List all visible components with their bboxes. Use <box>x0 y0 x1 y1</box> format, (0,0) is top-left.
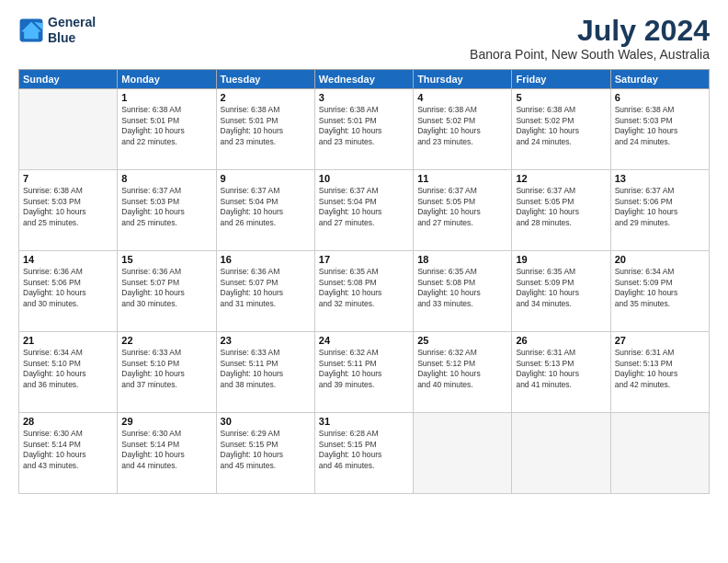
calendar-cell: 11Sunrise: 6:37 AM Sunset: 5:05 PM Dayli… <box>414 170 512 251</box>
calendar-cell: 3Sunrise: 6:38 AM Sunset: 5:01 PM Daylig… <box>314 89 413 170</box>
calendar-cell: 28Sunrise: 6:30 AM Sunset: 5:14 PM Dayli… <box>19 413 118 494</box>
day-number: 31 <box>319 416 409 427</box>
day-number: 7 <box>23 173 113 184</box>
calendar-cell: 30Sunrise: 6:29 AM Sunset: 5:15 PM Dayli… <box>216 413 314 494</box>
weekday-header: Wednesday <box>314 70 413 89</box>
cell-text: Sunrise: 6:33 AM Sunset: 5:10 PM Dayligh… <box>121 348 211 390</box>
calendar-cell: 21Sunrise: 6:34 AM Sunset: 5:10 PM Dayli… <box>19 332 118 413</box>
calendar-cell: 19Sunrise: 6:35 AM Sunset: 5:09 PM Dayli… <box>512 251 610 332</box>
cell-text: Sunrise: 6:34 AM Sunset: 5:10 PM Dayligh… <box>23 348 113 390</box>
day-number: 26 <box>516 335 606 346</box>
cell-text: Sunrise: 6:29 AM Sunset: 5:15 PM Dayligh… <box>221 429 311 471</box>
month-year: July 2024 <box>470 15 710 47</box>
calendar-cell: 4Sunrise: 6:38 AM Sunset: 5:02 PM Daylig… <box>414 89 512 170</box>
day-number: 10 <box>319 173 409 184</box>
day-number: 11 <box>417 173 507 184</box>
day-number: 30 <box>221 416 311 427</box>
weekday-header: Monday <box>118 70 216 89</box>
calendar-cell: 8Sunrise: 6:37 AM Sunset: 5:03 PM Daylig… <box>118 170 216 251</box>
calendar-cell: 14Sunrise: 6:36 AM Sunset: 5:06 PM Dayli… <box>19 251 118 332</box>
day-number: 8 <box>121 173 211 184</box>
page: General Blue July 2024 Banora Point, New… <box>0 0 728 563</box>
cell-text: Sunrise: 6:38 AM Sunset: 5:01 PM Dayligh… <box>319 105 409 147</box>
cell-text: Sunrise: 6:37 AM Sunset: 5:06 PM Dayligh… <box>615 186 705 228</box>
cell-text: Sunrise: 6:31 AM Sunset: 5:13 PM Dayligh… <box>516 348 606 390</box>
day-number: 12 <box>516 173 606 184</box>
calendar-cell: 5Sunrise: 6:38 AM Sunset: 5:02 PM Daylig… <box>512 89 610 170</box>
cell-text: Sunrise: 6:36 AM Sunset: 5:06 PM Dayligh… <box>23 267 113 309</box>
day-number: 6 <box>615 92 705 103</box>
calendar-cell: 13Sunrise: 6:37 AM Sunset: 5:06 PM Dayli… <box>610 170 709 251</box>
calendar-week-row: 28Sunrise: 6:30 AM Sunset: 5:14 PM Dayli… <box>19 413 710 494</box>
calendar-cell: 16Sunrise: 6:36 AM Sunset: 5:07 PM Dayli… <box>216 251 314 332</box>
calendar-cell: 6Sunrise: 6:38 AM Sunset: 5:03 PM Daylig… <box>610 89 709 170</box>
day-number: 19 <box>516 254 606 265</box>
calendar-week-row: 1Sunrise: 6:38 AM Sunset: 5:01 PM Daylig… <box>19 89 710 170</box>
cell-text: Sunrise: 6:38 AM Sunset: 5:01 PM Dayligh… <box>221 105 311 147</box>
cell-text: Sunrise: 6:31 AM Sunset: 5:13 PM Dayligh… <box>615 348 705 390</box>
day-number: 20 <box>615 254 705 265</box>
calendar-cell: 31Sunrise: 6:28 AM Sunset: 5:15 PM Dayli… <box>314 413 413 494</box>
calendar-cell: 20Sunrise: 6:34 AM Sunset: 5:09 PM Dayli… <box>610 251 709 332</box>
weekday-header: Friday <box>512 70 610 89</box>
calendar-cell: 27Sunrise: 6:31 AM Sunset: 5:13 PM Dayli… <box>610 332 709 413</box>
calendar-cell: 24Sunrise: 6:32 AM Sunset: 5:11 PM Dayli… <box>314 332 413 413</box>
day-number: 3 <box>319 92 409 103</box>
logo: General Blue <box>18 15 96 46</box>
cell-text: Sunrise: 6:34 AM Sunset: 5:09 PM Dayligh… <box>615 267 705 309</box>
cell-text: Sunrise: 6:33 AM Sunset: 5:11 PM Dayligh… <box>221 348 311 390</box>
calendar-week-row: 21Sunrise: 6:34 AM Sunset: 5:10 PM Dayli… <box>19 332 710 413</box>
day-number: 15 <box>121 254 211 265</box>
cell-text: Sunrise: 6:37 AM Sunset: 5:04 PM Dayligh… <box>221 186 311 228</box>
weekday-header: Thursday <box>414 70 512 89</box>
day-number: 24 <box>319 335 409 346</box>
cell-text: Sunrise: 6:38 AM Sunset: 5:02 PM Dayligh… <box>516 105 606 147</box>
day-number: 25 <box>417 335 507 346</box>
cell-text: Sunrise: 6:32 AM Sunset: 5:11 PM Dayligh… <box>319 348 409 390</box>
calendar-cell: 9Sunrise: 6:37 AM Sunset: 5:04 PM Daylig… <box>216 170 314 251</box>
logo-icon <box>18 17 44 43</box>
day-number: 14 <box>23 254 113 265</box>
cell-text: Sunrise: 6:35 AM Sunset: 5:08 PM Dayligh… <box>319 267 409 309</box>
calendar-cell <box>414 413 512 494</box>
calendar-cell: 26Sunrise: 6:31 AM Sunset: 5:13 PM Dayli… <box>512 332 610 413</box>
weekday-header: Tuesday <box>216 70 314 89</box>
cell-text: Sunrise: 6:35 AM Sunset: 5:08 PM Dayligh… <box>417 267 507 309</box>
cell-text: Sunrise: 6:38 AM Sunset: 5:01 PM Dayligh… <box>121 105 211 147</box>
cell-text: Sunrise: 6:35 AM Sunset: 5:09 PM Dayligh… <box>516 267 606 309</box>
calendar-cell: 29Sunrise: 6:30 AM Sunset: 5:14 PM Dayli… <box>118 413 216 494</box>
calendar-cell: 1Sunrise: 6:38 AM Sunset: 5:01 PM Daylig… <box>118 89 216 170</box>
calendar-cell: 25Sunrise: 6:32 AM Sunset: 5:12 PM Dayli… <box>414 332 512 413</box>
calendar-cell: 17Sunrise: 6:35 AM Sunset: 5:08 PM Dayli… <box>314 251 413 332</box>
calendar-cell: 23Sunrise: 6:33 AM Sunset: 5:11 PM Dayli… <box>216 332 314 413</box>
cell-text: Sunrise: 6:28 AM Sunset: 5:15 PM Dayligh… <box>319 429 409 471</box>
day-number: 2 <box>221 92 311 103</box>
calendar-cell <box>610 413 709 494</box>
calendar-cell: 10Sunrise: 6:37 AM Sunset: 5:04 PM Dayli… <box>314 170 413 251</box>
day-number: 23 <box>221 335 311 346</box>
day-number: 4 <box>417 92 507 103</box>
calendar-cell: 22Sunrise: 6:33 AM Sunset: 5:10 PM Dayli… <box>118 332 216 413</box>
day-number: 22 <box>121 335 211 346</box>
calendar-cell: 12Sunrise: 6:37 AM Sunset: 5:05 PM Dayli… <box>512 170 610 251</box>
header: General Blue July 2024 Banora Point, New… <box>18 15 710 62</box>
calendar-cell: 2Sunrise: 6:38 AM Sunset: 5:01 PM Daylig… <box>216 89 314 170</box>
cell-text: Sunrise: 6:38 AM Sunset: 5:03 PM Dayligh… <box>615 105 705 147</box>
calendar-cell: 15Sunrise: 6:36 AM Sunset: 5:07 PM Dayli… <box>118 251 216 332</box>
calendar-cell: 7Sunrise: 6:38 AM Sunset: 5:03 PM Daylig… <box>19 170 118 251</box>
cell-text: Sunrise: 6:37 AM Sunset: 5:03 PM Dayligh… <box>121 186 211 228</box>
calendar-cell: 18Sunrise: 6:35 AM Sunset: 5:08 PM Dayli… <box>414 251 512 332</box>
cell-text: Sunrise: 6:37 AM Sunset: 5:05 PM Dayligh… <box>417 186 507 228</box>
day-number: 9 <box>221 173 311 184</box>
day-number: 27 <box>615 335 705 346</box>
cell-text: Sunrise: 6:37 AM Sunset: 5:04 PM Dayligh… <box>319 186 409 228</box>
title-block: July 2024 Banora Point, New South Wales,… <box>470 15 710 62</box>
day-number: 5 <box>516 92 606 103</box>
cell-text: Sunrise: 6:37 AM Sunset: 5:05 PM Dayligh… <box>516 186 606 228</box>
weekday-header: Saturday <box>610 70 709 89</box>
day-number: 21 <box>23 335 113 346</box>
cell-text: Sunrise: 6:38 AM Sunset: 5:03 PM Dayligh… <box>23 186 113 228</box>
cell-text: Sunrise: 6:30 AM Sunset: 5:14 PM Dayligh… <box>121 429 211 471</box>
day-number: 13 <box>615 173 705 184</box>
cell-text: Sunrise: 6:32 AM Sunset: 5:12 PM Dayligh… <box>417 348 507 390</box>
